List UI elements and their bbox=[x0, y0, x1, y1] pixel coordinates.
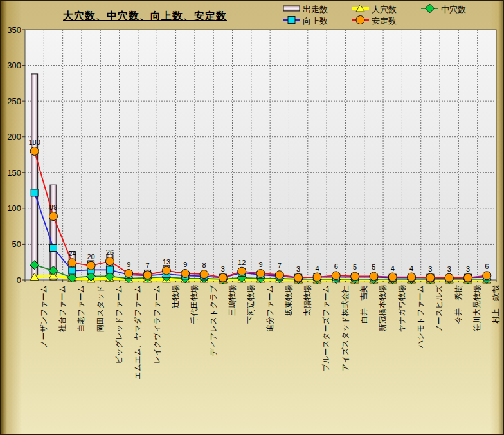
circle-marker bbox=[256, 269, 265, 277]
data-label: 6 bbox=[334, 263, 338, 270]
x-axis-label: エムエム、ヤマダファーム bbox=[133, 285, 143, 380]
square-marker bbox=[50, 244, 57, 251]
circle-marker bbox=[125, 269, 133, 277]
x-axis-label: 今井 秀樹 bbox=[454, 285, 464, 324]
x-axis-label: 新冠橋本牧場 bbox=[378, 285, 388, 331]
data-label: 3 bbox=[221, 265, 225, 273]
y-axis-label: 100 bbox=[7, 203, 21, 213]
data-label: 9 bbox=[127, 261, 130, 268]
data-label: 3 bbox=[428, 265, 432, 273]
y-axis-label: 200 bbox=[7, 132, 21, 142]
x-axis-label: ノースヒルズ bbox=[435, 285, 444, 332]
circle-marker bbox=[464, 273, 473, 282]
data-label: 12 bbox=[238, 259, 246, 266]
circle-marker bbox=[105, 257, 114, 266]
data-label: 4 bbox=[410, 264, 413, 272]
square-marker bbox=[106, 266, 113, 273]
circle-marker bbox=[426, 273, 435, 282]
x-axis-label: 下河辺牧場 bbox=[246, 285, 256, 324]
x-axis-label: 社台ファーム bbox=[58, 285, 68, 332]
circle-marker bbox=[200, 270, 208, 279]
x-axis-label: レイクヴィラファーム bbox=[152, 285, 162, 364]
data-label: 5 bbox=[353, 263, 357, 271]
data-label: 7 bbox=[278, 262, 282, 270]
y-axis-label: 350 bbox=[7, 25, 21, 35]
circle-marker bbox=[332, 272, 340, 280]
x-axis-label: 白井 吉美 bbox=[359, 285, 369, 324]
circle-marker bbox=[351, 272, 359, 281]
chart-container: 大穴数、中穴数、向上数、安定数 出走数大穴数中穴数向上数安定数 ©Caniの競馬… bbox=[0, 0, 504, 435]
data-label: 7 bbox=[146, 262, 150, 270]
circle-marker bbox=[68, 259, 76, 267]
circle-marker bbox=[313, 273, 321, 281]
circle-marker bbox=[388, 273, 397, 281]
plot-area bbox=[25, 30, 496, 280]
x-axis-label: 千代田牧場 bbox=[190, 285, 199, 324]
data-label: 6 bbox=[485, 263, 489, 270]
x-axis-label: 辻牧場 bbox=[171, 285, 181, 308]
square-marker bbox=[31, 189, 38, 196]
circle-marker bbox=[181, 269, 190, 277]
x-axis-label: 太陽牧場 bbox=[303, 285, 312, 316]
x-axis-label: 坂東牧場 bbox=[284, 285, 294, 316]
data-label: 3 bbox=[466, 265, 470, 273]
data-label: 24 bbox=[68, 250, 76, 257]
square-marker bbox=[69, 267, 76, 274]
chart-plot: 0501001502002503003501808924202697139831… bbox=[1, 1, 504, 435]
circle-marker bbox=[238, 267, 246, 275]
x-axis-label: 村上 欽哉 bbox=[491, 285, 501, 324]
y-axis-label: 250 bbox=[7, 97, 21, 106]
data-label: 13 bbox=[163, 258, 170, 266]
data-label: 3 bbox=[296, 265, 300, 273]
y-axis-label: 300 bbox=[7, 60, 21, 70]
data-label: 9 bbox=[258, 261, 262, 268]
data-label: 20 bbox=[87, 253, 94, 261]
data-label: 8 bbox=[202, 261, 206, 269]
circle-marker bbox=[219, 273, 227, 282]
x-axis-label: ハシモトファーム bbox=[416, 285, 426, 348]
x-axis-label: ビッグレッドファーム bbox=[114, 285, 124, 364]
circle-marker bbox=[483, 272, 491, 280]
circle-marker bbox=[49, 212, 57, 221]
x-axis-label: 三嶋牧場 bbox=[228, 285, 237, 316]
data-label: 180 bbox=[28, 138, 40, 146]
circle-marker bbox=[162, 266, 170, 275]
data-label: 89 bbox=[50, 203, 57, 211]
x-axis-label: ディアレストクラブ bbox=[209, 285, 219, 356]
y-axis-label: 50 bbox=[12, 239, 21, 249]
data-label: 26 bbox=[106, 248, 114, 256]
circle-marker bbox=[30, 147, 39, 155]
circle-marker bbox=[143, 271, 152, 279]
circle-marker bbox=[275, 271, 284, 279]
bar bbox=[32, 74, 38, 280]
x-axis-label: ヤナガワ牧場 bbox=[397, 285, 407, 332]
x-axis-label: 笹川大晃牧場 bbox=[473, 285, 482, 331]
x-axis-label: ブルースターズファーム bbox=[321, 285, 331, 371]
data-label: 9 bbox=[183, 261, 187, 268]
data-label: 4 bbox=[315, 264, 319, 272]
circle-marker bbox=[445, 273, 453, 282]
x-axis-label: 白老ファーム bbox=[76, 285, 86, 332]
y-axis-label: 0 bbox=[17, 275, 21, 285]
x-axis-label: 岡田スタッド bbox=[96, 285, 105, 332]
bar bbox=[50, 185, 57, 280]
circle-marker bbox=[370, 272, 378, 281]
data-label: 3 bbox=[447, 265, 451, 273]
circle-marker bbox=[294, 273, 303, 282]
x-axis-label: 追分ファーム bbox=[266, 285, 275, 332]
data-label: 5 bbox=[372, 263, 375, 271]
circle-marker bbox=[408, 273, 416, 281]
x-axis-label: ノーザンファーム bbox=[39, 285, 49, 348]
y-axis-label: 150 bbox=[7, 168, 21, 178]
data-label: 4 bbox=[391, 264, 395, 272]
x-axis-label: アイズスタッド株式会社 bbox=[341, 285, 350, 371]
circle-marker bbox=[87, 261, 95, 270]
